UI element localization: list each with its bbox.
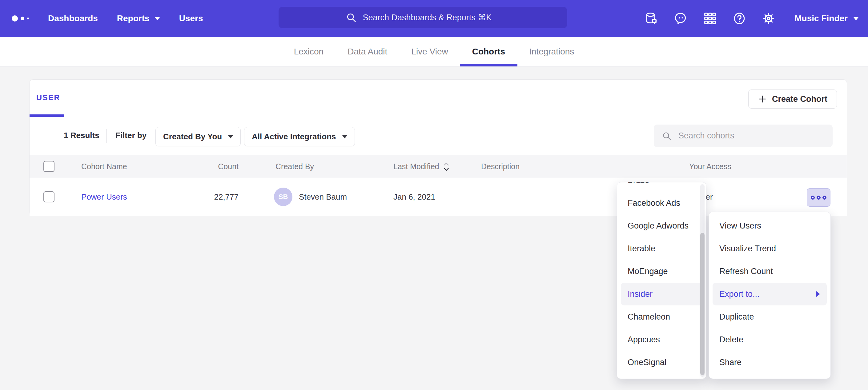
global-search[interactable] (279, 7, 567, 28)
tab-cohorts[interactable]: Cohorts (472, 37, 505, 66)
caret-down-icon (228, 135, 233, 138)
nav-item-reports[interactable]: Reports (117, 13, 160, 23)
more-dots-icon (823, 196, 827, 200)
divider (106, 129, 106, 143)
top-nav-bar: Dashboards Reports Users (0, 0, 868, 37)
menu-item-insider[interactable]: Insider (621, 283, 703, 305)
menu-item-iterable[interactable]: Iterable (621, 237, 703, 260)
mixpanel-logo-icon[interactable] (12, 15, 29, 22)
project-switcher[interactable]: Music Finder (795, 13, 859, 23)
active-tab-underline (30, 115, 64, 117)
search-icon (346, 12, 357, 23)
column-header-created-by: Created By (276, 155, 314, 178)
search-icon (662, 131, 672, 141)
apps-grid-icon[interactable] (703, 11, 717, 26)
last-modified-date: Jan 6, 2021 (393, 178, 435, 216)
results-count: 1 Results (64, 131, 99, 140)
tab-live-view[interactable]: Live View (411, 37, 448, 66)
export-destinations-menu: Braze Facebook Ads Google Adwords Iterab… (617, 182, 706, 379)
row-checkbox[interactable] (43, 191, 55, 202)
table-header-row: Cohort Name Count Created By Last Modifi… (30, 155, 847, 178)
caret-down-icon (155, 17, 160, 20)
menu-item-appcues[interactable]: Appcues (621, 328, 703, 351)
menu-item-facebook-ads[interactable]: Facebook Ads (621, 192, 703, 215)
integrations-filter-dropdown[interactable]: All Active Integrations (244, 127, 355, 147)
tab-integrations[interactable]: Integrations (529, 37, 574, 66)
filter-by-label: Filter by (116, 131, 147, 140)
menu-item-onesignal[interactable]: OneSignal (621, 351, 703, 374)
help-icon[interactable] (732, 11, 746, 26)
tab-data-audit[interactable]: Data Audit (347, 37, 387, 66)
column-header-count: Count (183, 155, 239, 178)
tab-lexicon[interactable]: Lexicon (294, 37, 324, 66)
data-settings-icon[interactable] (645, 11, 659, 26)
cohort-search[interactable] (654, 125, 833, 147)
menu-item-export-to[interactable]: Export to... (713, 283, 827, 305)
cohort-count: 22,777 (183, 178, 239, 216)
submenu-arrow-icon (816, 291, 820, 297)
column-header-last-modified[interactable]: Last Modified (393, 155, 450, 178)
cohort-name-link[interactable]: Power Users (81, 192, 127, 202)
create-cohort-button[interactable]: Create Cohort (748, 90, 837, 108)
plus-icon (758, 94, 767, 104)
cohort-type-tabs: USER Create Cohort (30, 80, 847, 117)
settings-gear-icon[interactable] (762, 11, 776, 26)
project-name: Music Finder (795, 13, 848, 23)
menu-item-moengage[interactable]: MoEngage (621, 260, 703, 283)
column-header-description: Description (481, 155, 520, 178)
tab-user-cohorts[interactable]: USER (36, 93, 60, 102)
column-header-cohort-name: Cohort Name (81, 155, 127, 178)
menu-item-refresh-count[interactable]: Refresh Count (713, 260, 827, 283)
menu-scrollbar-thumb[interactable] (700, 233, 705, 375)
column-header-your-access: Your Access (689, 155, 731, 178)
cohort-actions-menu: View Users Visualize Trend Refresh Count… (709, 212, 831, 379)
menu-item-visualize-trend[interactable]: Visualize Trend (713, 237, 827, 260)
avatar: SB (274, 188, 292, 206)
cohorts-page: Dashboards Reports Users (0, 0, 868, 390)
nav-item-dashboards[interactable]: Dashboards (48, 13, 98, 23)
cohort-search-input[interactable] (678, 131, 825, 141)
menu-item-share[interactable]: Share (713, 351, 827, 374)
caret-down-icon (342, 135, 347, 138)
top-nav-right: Music Finder (645, 0, 859, 37)
more-dots-icon (816, 196, 820, 200)
select-all-checkbox[interactable] (43, 161, 55, 172)
created-by-name: Steven Baum (299, 178, 347, 216)
global-search-input[interactable] (362, 12, 500, 23)
sort-icon (442, 161, 450, 173)
feedback-icon[interactable] (674, 11, 688, 26)
nav-item-users[interactable]: Users (179, 13, 203, 23)
row-more-actions-button[interactable] (807, 188, 831, 207)
menu-scrollbar-track[interactable] (700, 184, 705, 377)
active-tab-underline (460, 64, 518, 66)
menu-item-delete[interactable]: Delete (713, 328, 827, 351)
cohorts-panel: USER Create Cohort 1 Results Filter by C… (29, 79, 847, 216)
caret-down-icon (853, 17, 859, 20)
menu-item-google-adwords[interactable]: Google Adwords (621, 215, 703, 237)
menu-item-braze[interactable]: Braze (621, 182, 703, 192)
table-row: Power Users 22,777 SB Steven Baum Jan 6,… (30, 178, 847, 216)
more-dots-icon (811, 196, 815, 200)
top-nav-left: Dashboards Reports Users (12, 0, 203, 37)
created-by-filter-dropdown[interactable]: Created By You (155, 127, 241, 147)
menu-item-duplicate[interactable]: Duplicate (713, 305, 827, 328)
menu-item-view-users[interactable]: View Users (713, 215, 827, 237)
section-tabs: Lexicon Data Audit Live View Cohorts Int… (0, 37, 868, 67)
menu-item-chameleon[interactable]: Chameleon (621, 305, 703, 328)
